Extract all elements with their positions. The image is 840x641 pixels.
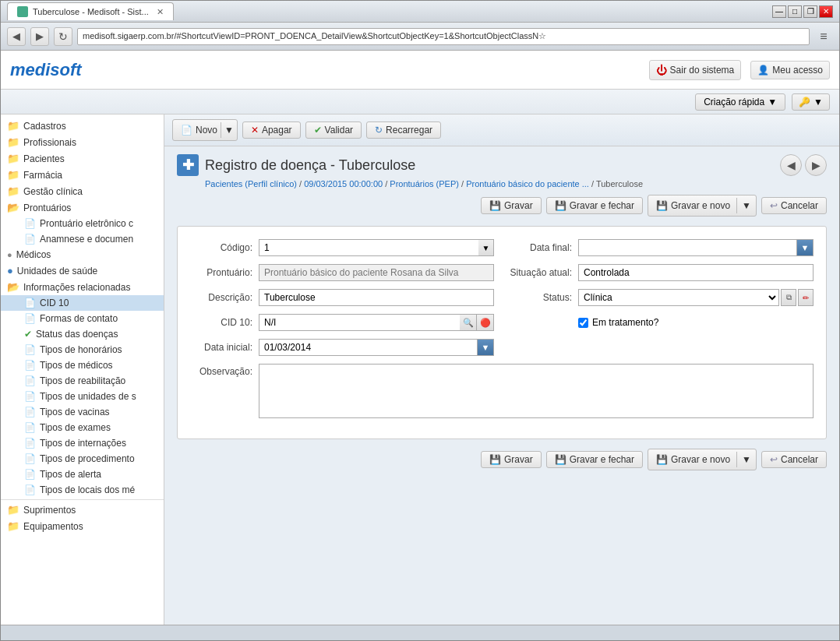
breadcrumb-date[interactable]: 09/03/2015 00:00:00	[304, 179, 383, 188]
key-icon: 🔑	[799, 97, 810, 107]
save-new-button-bottom[interactable]: 💾 Gravar e novo ▼	[648, 449, 757, 470]
situacao-input[interactable]	[578, 264, 814, 281]
sidebar-item-prontuarios[interactable]: 📂 Prontuários	[1, 199, 164, 216]
data-inicial-input[interactable]	[259, 339, 477, 356]
sidebar-item-pacientes[interactable]: 📁 Pacientes	[1, 150, 164, 167]
sidebar-item-gestao[interactable]: 📁 Gestão clínica	[1, 183, 164, 199]
cancel-icon: ↩	[770, 200, 778, 211]
action-bar-top: 💾 Gravar 💾 Gravar e fechar 💾 Gravar e no…	[177, 195, 827, 217]
sidebar-item-label: Pacientes	[23, 153, 65, 164]
sidebar-item-unidades[interactable]: ● Unidades de saúde	[1, 262, 164, 279]
circle-icon: ●	[7, 250, 12, 259]
new-arrow-button[interactable]: ▼	[221, 122, 237, 138]
breadcrumb-pacientes[interactable]: Pacientes (Perfil clínico)	[205, 179, 297, 188]
exit-button[interactable]: ⏻ Sair do sistema	[649, 60, 742, 80]
back-button[interactable]: ◀	[7, 27, 26, 46]
prontuario-input[interactable]	[259, 264, 494, 281]
sidebar-item-suprimentos[interactable]: 📁 Suprimentos	[1, 502, 164, 518]
sidebar-item-status-doencas[interactable]: ✔ Status das doenças	[1, 326, 164, 342]
sidebar-item-farmacia[interactable]: 📁 Farmácia	[1, 167, 164, 183]
cid10-clear-button[interactable]: 🔴	[477, 314, 494, 331]
sidebar-item-label: Cadastros	[23, 121, 66, 132]
next-record-button[interactable]: ▶	[805, 154, 827, 176]
sidebar-item-tipos-exames[interactable]: 📄 Tipos de exames	[1, 420, 164, 435]
em-tratamento-checkbox[interactable]	[578, 318, 588, 328]
sidebar-item-cadastros[interactable]: 📁 Cadastros	[1, 118, 164, 134]
breadcrumb-prontuario-basico[interactable]: Prontuário básico do paciente ...	[466, 179, 589, 188]
sidebar-item-tipos-unidades[interactable]: 📄 Tipos de unidades de s	[1, 389, 164, 404]
cancel-button-top[interactable]: ↩ Cancelar	[761, 197, 827, 214]
browser-tab[interactable]: Tuberculose - Medisoft - Sist... ✕	[7, 2, 174, 20]
folder-icon: 📁	[7, 120, 19, 132]
sidebar-item-label: Status das doenças	[36, 329, 118, 340]
save-close-label: Gravar e fechar	[570, 200, 634, 211]
cid10-search-button[interactable]: 🔍	[460, 314, 477, 331]
save-new-label: Gravar e novo	[671, 454, 730, 465]
sidebar-item-tipos-medicos[interactable]: 📄 Tipos de médicos	[1, 357, 164, 373]
sidebar-item-tipos-internacoes[interactable]: 📄 Tipos de internações	[1, 435, 164, 451]
browser-menu-button[interactable]: ≡	[814, 27, 833, 46]
sidebar-item-medicos[interactable]: ● Médicos	[1, 247, 164, 262]
sidebar-item-formas-contato[interactable]: 📄 Formas de contato	[1, 311, 164, 326]
status-edit-button[interactable]: ✏	[798, 289, 814, 306]
sidebar-item-tipos-vacinas[interactable]: 📄 Tipos de vacinas	[1, 404, 164, 420]
breadcrumb-prontuarios[interactable]: Prontuários (PEP)	[390, 179, 459, 188]
tab-close-icon[interactable]: ✕	[157, 7, 164, 17]
close-button[interactable]: ✕	[819, 5, 833, 18]
status-copy-button[interactable]: ⧉	[781, 289, 796, 306]
address-bar[interactable]: medisoft.sigaerp.com.br/#ShortcutViewID=…	[77, 28, 810, 45]
obs-textarea[interactable]	[259, 364, 814, 418]
delete-button[interactable]: ✕ Apagar	[242, 122, 301, 139]
save-new-button-top[interactable]: 💾 Gravar e novo ▼	[648, 195, 757, 217]
save-button-bottom[interactable]: 💾 Gravar	[481, 451, 542, 468]
prev-record-button[interactable]: ◀	[780, 154, 802, 176]
sidebar-item-label: Prontuários	[23, 203, 71, 213]
minimize-button[interactable]: —	[772, 5, 786, 18]
form-col-em-tratamento: Em tratamento?	[510, 317, 814, 328]
forward-button[interactable]: ▶	[30, 27, 49, 46]
my-access-button[interactable]: 👤 Meu acesso	[750, 61, 830, 79]
validate-button[interactable]: ✔ Validar	[305, 122, 362, 139]
cancel-button-bottom[interactable]: ↩ Cancelar	[761, 451, 827, 468]
codigo-input[interactable]	[259, 239, 478, 256]
sidebar-item-tipos-procedimentos[interactable]: 📄 Tipos de procedimento	[1, 451, 164, 467]
sidebar-item-prontuario-eletronico[interactable]: 📄 Prontuário eletrônico c	[1, 216, 164, 231]
data-inicial-calendar-button[interactable]: ▼	[477, 339, 494, 356]
status-select[interactable]: Clínica	[578, 289, 779, 306]
maximize-button[interactable]: □	[788, 5, 802, 18]
save-close-button-top[interactable]: 💾 Gravar e fechar	[546, 197, 643, 214]
sidebar-item-tipos-reabilitacao[interactable]: 📄 Tipos de reabilitação	[1, 373, 164, 389]
sidebar-item-informacoes[interactable]: 📂 Informações relacionadas	[1, 279, 164, 295]
sidebar-item-anamnese[interactable]: 📄 Anamnese e documen	[1, 231, 164, 247]
sidebar-item-equipamentos[interactable]: 📁 Equipamentos	[1, 518, 164, 534]
cid10-input[interactable]	[259, 314, 460, 331]
doc-icon: 📄	[24, 438, 36, 449]
sidebar-item-tipos-locais[interactable]: 📄 Tipos de locais dos mé	[1, 482, 164, 498]
data-final-input[interactable]	[578, 239, 796, 256]
sidebar-item-cid10[interactable]: 📄 CID 10	[1, 295, 164, 311]
restore-button[interactable]: ❐	[803, 5, 817, 18]
folder-icon: 📁	[7, 169, 19, 181]
save-button-top[interactable]: 💾 Gravar	[481, 197, 542, 214]
sidebar-item-profissionais[interactable]: 📁 Profissionais	[1, 134, 164, 150]
creation-rapida-button[interactable]: Criação rápida ▼	[695, 93, 785, 111]
new-button[interactable]: 📄 Novo ▼	[172, 119, 238, 141]
refresh-button[interactable]: ↻	[54, 27, 72, 46]
sidebar-divider	[1, 499, 164, 500]
sidebar-item-tipos-alerta[interactable]: 📄 Tipos de alerta	[1, 467, 164, 482]
save-new-arrow-button[interactable]: ▼	[736, 198, 756, 213]
descricao-input[interactable]	[259, 289, 494, 306]
codigo-btn[interactable]: ▼	[478, 239, 494, 256]
reload-button[interactable]: ↻ Recarregar	[366, 122, 441, 139]
codigo-label: Código:	[190, 242, 252, 253]
key-button[interactable]: 🔑 ▼	[792, 93, 830, 111]
sidebar-item-label: Prontuário eletrônico c	[40, 218, 133, 229]
data-final-calendar-button[interactable]: ▼	[796, 239, 814, 256]
new-icon: 📄	[181, 125, 192, 136]
validate-label: Validar	[325, 125, 353, 136]
sidebar-item-label: Tipos de unidades de s	[40, 391, 136, 402]
sidebar-item-tipos-honorarios[interactable]: 📄 Tipos de honorários	[1, 342, 164, 357]
page-title-left: ✚ Registro de doença - Tuberculose	[177, 154, 415, 176]
save-new-arrow-button-bottom[interactable]: ▼	[736, 452, 756, 467]
save-close-button-bottom[interactable]: 💾 Gravar e fechar	[546, 451, 643, 468]
